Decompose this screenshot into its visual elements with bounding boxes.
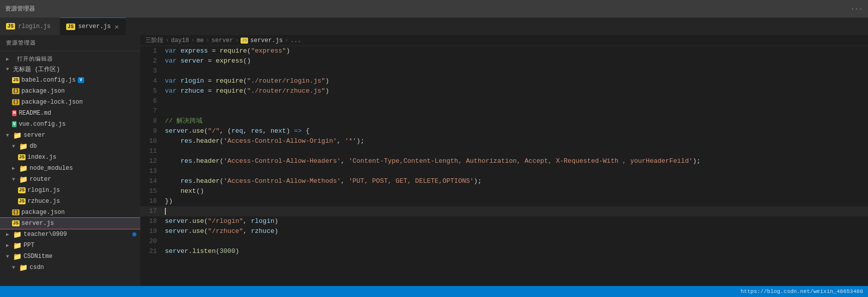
table-row: 1var express = require("express"): [140, 46, 868, 56]
line-content[interactable]: var rzhuce = require("./router/rzhuce.js…: [163, 86, 868, 96]
folder-label: CSDNitme: [24, 253, 53, 260]
line-content[interactable]: server.use("/rzhuce", rzhuce): [163, 226, 868, 236]
line-number: 17: [140, 206, 163, 216]
line-content[interactable]: server.use("/rlogin", rlogin): [163, 216, 868, 226]
sidebar-item-readme[interactable]: M README.md: [0, 108, 140, 119]
table-row: 21server.listen(3000): [140, 246, 868, 256]
chevron-down-icon: ▼: [12, 265, 18, 270]
table-row: 11: [140, 146, 868, 156]
folder-label: db: [30, 143, 37, 150]
line-number: 19: [140, 226, 163, 236]
table-row: 7: [140, 106, 868, 116]
line-number: 3: [140, 66, 163, 76]
js-file-icon: JS: [12, 220, 20, 226]
line-content[interactable]: var rlogin = require("./router/rlogin.js…: [163, 76, 868, 86]
line-content[interactable]: res.header('Access-Control-Allow-Headers…: [163, 156, 868, 166]
close-icon[interactable]: ✕: [114, 23, 120, 31]
line-number: 16: [140, 196, 163, 206]
file-label: package.json: [22, 88, 65, 95]
line-content[interactable]: // 解决跨域: [163, 116, 868, 126]
table-row: 12 res.header('Access-Control-Allow-Head…: [140, 156, 868, 166]
table-row: 18server.use("/rlogin", rlogin): [140, 216, 868, 226]
table-row: 6: [140, 96, 868, 106]
md-file-icon: M: [12, 110, 17, 116]
folder-icon: 📁: [19, 175, 28, 184]
json-file-icon: {}: [12, 209, 20, 215]
line-content[interactable]: server.listen(3000): [163, 246, 868, 256]
sidebar-item-babel[interactable]: JS babel.config.js V: [0, 75, 140, 86]
breadcrumb-part: server: [211, 37, 233, 44]
sidebar-folder-router[interactable]: ▼ 📁 router: [0, 174, 140, 185]
tab-server[interactable]: JS server.js ✕: [60, 18, 126, 35]
sidebar-item-rzhuce[interactable]: JS rzhuce.js: [0, 196, 140, 207]
js-file-icon: JS: [18, 154, 26, 160]
tab-rlogin[interactable]: JS rlogin.js: [0, 18, 60, 35]
sidebar-folder-teacher[interactable]: ▶ 📁 teacher\0909: [0, 229, 140, 240]
sidebar-item-vue-config[interactable]: V vue.config.js: [0, 119, 140, 130]
line-content[interactable]: [163, 66, 868, 76]
open-editors-label[interactable]: ▶ 打开的编辑器: [0, 53, 140, 64]
table-row: 20: [140, 236, 868, 246]
sidebar-folder-csdnitme[interactable]: ▼ 📁 CSDNitme: [0, 251, 140, 262]
file-label: vue.config.js: [19, 121, 66, 128]
sidebar-item-server-js[interactable]: JS server.js: [0, 218, 140, 229]
sidebar-folder-node-modules[interactable]: ▶ 📁 node_modules: [0, 163, 140, 174]
folder-label: csdn: [30, 264, 44, 271]
line-content[interactable]: res.header('Access-Control-Allow-Origin'…: [163, 136, 868, 146]
chevron-right-icon: ▶: [12, 165, 18, 171]
breadcrumb-part: me: [196, 37, 203, 44]
table-row: 5var rzhuce = require("./router/rzhuce.j…: [140, 86, 868, 96]
sidebar-item-package-json[interactable]: {} package.json: [0, 86, 140, 97]
file-label: package.json: [22, 209, 65, 216]
breadcrumb-part: day18: [171, 37, 189, 44]
tab-label: rlogin.js: [18, 23, 51, 30]
file-label: rzhuce.js: [28, 198, 60, 205]
line-number: 6: [140, 96, 163, 106]
sidebar-folder-server[interactable]: ▼ 📁 server: [0, 130, 140, 141]
sidebar-item-package-json-server[interactable]: {} package.json: [0, 207, 140, 218]
line-content[interactable]: server.use("/", (req, res, next) => {: [163, 126, 868, 136]
js-file-icon: JS: [18, 187, 26, 193]
folder-icon: 📁: [13, 230, 22, 239]
line-content[interactable]: [163, 236, 868, 246]
line-number: 1: [140, 46, 163, 56]
line-content[interactable]: var server = express(): [163, 56, 868, 66]
table-row: 16}): [140, 196, 868, 206]
chevron-down-icon: ▼: [12, 177, 18, 182]
line-content[interactable]: [163, 146, 868, 156]
json-file-icon: {}: [12, 88, 20, 94]
title-bar: 资源管理器 ···: [0, 0, 868, 18]
sidebar-folder-csdn[interactable]: ▼ 📁 csdn: [0, 262, 140, 273]
status-bar: https://blog.csdn.net/weixin_48653480: [0, 286, 868, 297]
line-content[interactable]: [163, 96, 868, 106]
sidebar-folder-db[interactable]: ▼ 📁 db: [0, 141, 140, 152]
file-label: README.md: [19, 110, 51, 117]
folder-icon: 📁: [19, 263, 28, 272]
sidebar-item-workspace[interactable]: ▼ 无标题 (工作区): [0, 64, 140, 75]
sidebar-item-package-lock[interactable]: {} package-lock.json: [0, 97, 140, 108]
sidebar-item-rlogin[interactable]: JS rlogin.js: [0, 185, 140, 196]
dot-badge: [132, 232, 136, 236]
line-content[interactable]: [163, 206, 868, 216]
sidebar-folder-ppt[interactable]: ▶ 📁 PPT: [0, 240, 140, 251]
line-content[interactable]: next(): [163, 186, 868, 196]
tab-label: server.js: [78, 23, 111, 30]
chevron-down-icon: ▼: [6, 133, 12, 138]
line-content[interactable]: var express = require("express"): [163, 46, 868, 56]
line-content[interactable]: [163, 166, 868, 176]
sidebar: 资源管理器 ▶ 打开的编辑器 ▼ 无标题 (工作区) JS babel.conf…: [0, 35, 140, 286]
line-content[interactable]: [163, 106, 868, 116]
file-label: index.js: [28, 154, 57, 161]
workspace-label: 无标题 (工作区): [13, 65, 60, 74]
line-content[interactable]: }): [163, 196, 868, 206]
line-content[interactable]: res.header('Access-Control-Allow-Methods…: [163, 176, 868, 186]
status-bar-link[interactable]: https://blog.csdn.net/weixin_48653480: [741, 288, 863, 294]
folder-label: teacher\0909: [24, 231, 67, 238]
js-file-icon: JS: [12, 77, 20, 83]
sidebar-item-db-index[interactable]: JS index.js: [0, 152, 140, 163]
code-area[interactable]: 1var express = require("express")2var se…: [140, 46, 868, 286]
line-number: 13: [140, 166, 163, 176]
sidebar-header: 资源管理器: [0, 35, 140, 51]
js-file-icon: JS: [18, 198, 26, 204]
title-bar-dots[interactable]: ···: [850, 5, 863, 13]
